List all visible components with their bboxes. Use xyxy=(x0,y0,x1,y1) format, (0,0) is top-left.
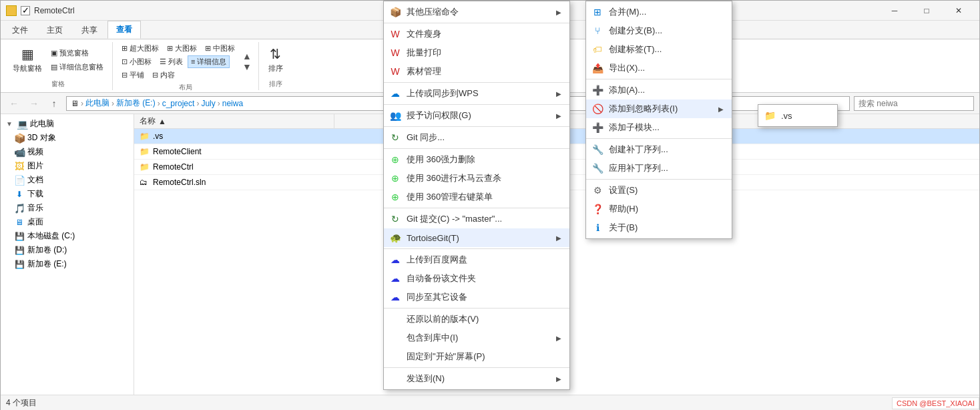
details-btn[interactable]: ≡ 详细信息 xyxy=(188,55,230,68)
forward-button[interactable]: → xyxy=(26,95,42,112)
back-button[interactable]: ← xyxy=(6,95,22,112)
ignore-submenu: 📁 .vs xyxy=(758,104,838,127)
tree-item-3d[interactable]: 📦 3D 对象 xyxy=(1,131,134,145)
super-large-icon-btn[interactable]: ⊞ 超大图标 xyxy=(118,42,162,55)
menu-sync-devices[interactable]: ☁ 同步至其它设备 xyxy=(384,288,569,306)
tree-item-e-drive[interactable]: 💾 新加卷 (E:) xyxy=(1,257,134,271)
branch-icon: ⑂ xyxy=(591,25,603,37)
nav-pane-button[interactable]: ▦ 导航窗格 xyxy=(9,45,46,75)
tree-item-pc[interactable]: ▼ 💻 此电脑 xyxy=(1,117,134,131)
menu-other-compress[interactable]: 📦 其他压缩命令 ▶ xyxy=(384,3,569,21)
360-del-icon: ⊕ xyxy=(389,154,401,166)
path-neiwa[interactable]: neiwa xyxy=(222,99,243,108)
submenu-help[interactable]: ❓ 帮助(H) xyxy=(586,200,732,218)
menu-library[interactable]: 包含到库中(I) ▶ xyxy=(384,329,569,347)
tree-item-c-drive[interactable]: 💾 本地磁盘 (C:) xyxy=(1,229,134,243)
menu-print[interactable]: W 批量打印 xyxy=(384,43,569,62)
wps-material-icon: W xyxy=(389,65,401,77)
large-icon-btn[interactable]: ⊞ 大图标 xyxy=(164,42,200,55)
menu-git-commit[interactable]: ↻ Git 提交(C) -> "master"... xyxy=(384,210,569,228)
tree-item-d-drive[interactable]: 💾 新加卷 (D:) xyxy=(1,243,134,257)
branch-label: 创建分支(B)... xyxy=(609,25,662,37)
preview-pane-button[interactable]: ▣ 预览窗格 xyxy=(47,47,107,59)
submenu-ignore[interactable]: 🚫 添加到忽略列表(I) ▶ xyxy=(586,99,732,118)
menu-send-to[interactable]: 发送到(N) ▶ xyxy=(384,369,569,388)
submenu-branch[interactable]: ⑂ 创建分支(B)... xyxy=(586,21,732,40)
upload-wps-arrow: ▶ xyxy=(556,90,561,97)
menu-restore[interactable]: 还原以前的版本(V) xyxy=(384,310,569,329)
tab-view[interactable]: 查看 xyxy=(107,21,141,39)
title-checkbox[interactable]: ✓ xyxy=(21,6,30,15)
up-button[interactable]: ↑ xyxy=(46,95,62,112)
apply-patch-icon: 🔧 xyxy=(591,162,603,174)
tile-btn[interactable]: ⊟ 平铺 xyxy=(118,69,148,81)
tree-item-pictures[interactable]: 🖼 图片 xyxy=(1,159,134,173)
submenu-submodule[interactable]: ➕ 添加子模块... xyxy=(586,118,732,137)
menu-git-sync[interactable]: ↻ Git 同步... xyxy=(384,128,569,147)
tree-label-music: 音乐 xyxy=(27,202,43,214)
menu-upload-wps[interactable]: ☁ 上传或同步到WPS ▶ xyxy=(384,84,569,103)
layout-scroll-down[interactable]: ▼ xyxy=(241,61,253,72)
submenu-about[interactable]: ℹ 关于(B) xyxy=(586,218,732,237)
tree-item-video[interactable]: 📹 视频 xyxy=(1,145,134,159)
menu-slim[interactable]: W 文件瘦身 xyxy=(384,25,569,43)
path-drive[interactable]: 新加卷 (E:) xyxy=(116,97,156,109)
tree-item-music[interactable]: 🎵 音乐 xyxy=(1,201,134,215)
search-input[interactable] xyxy=(854,96,974,111)
submenu-settings[interactable]: ⚙ 设置(S) xyxy=(586,181,732,200)
content-btn[interactable]: ⊟ 内容 xyxy=(149,69,178,81)
menu-360-scan[interactable]: ⊕ 使用 360进行木马云查杀 xyxy=(384,169,569,188)
path-july[interactable]: July xyxy=(201,99,215,108)
tree-label-e: 新加卷 (E:) xyxy=(27,258,67,270)
menu-tortoise[interactable]: 🐢 TortoiseGit(T) ▶ xyxy=(384,228,569,247)
submenu-add[interactable]: ➕ 添加(A)... xyxy=(586,81,732,99)
menu-360-manage[interactable]: ⊕ 使用 360管理右键菜单 xyxy=(384,188,569,206)
tree-label-d: 新加卷 (D:) xyxy=(27,244,67,256)
menu-material[interactable]: W 素材管理 xyxy=(384,62,569,81)
submenu-apply-patch[interactable]: 🔧 应用补丁序列... xyxy=(586,159,732,178)
item-count: 4 个项目 xyxy=(6,397,37,409)
tab-file[interactable]: 文件 xyxy=(3,21,37,39)
menu-360-del[interactable]: ⊕ 使用 360强力删除 xyxy=(384,150,569,169)
submenu-create-patch[interactable]: 🔧 创建补丁序列... xyxy=(586,140,732,159)
360-scan-icon: ⊕ xyxy=(389,172,401,184)
grant-arrow: ▶ xyxy=(556,112,561,120)
minimize-button[interactable]: ─ xyxy=(879,1,910,21)
name-column-header[interactable]: 名称 ▲ xyxy=(134,114,334,128)
path-pc[interactable]: 此电脑 xyxy=(85,97,109,109)
close-button[interactable]: ✕ xyxy=(943,1,974,21)
menu-grant-access[interactable]: 👥 授予访问权限(G) ▶ xyxy=(384,106,569,125)
tree-item-desktop[interactable]: 🖥 桌面 xyxy=(1,215,134,229)
tree-item-docs[interactable]: 📄 文档 xyxy=(1,173,134,187)
submenu-tag[interactable]: 🏷 创建标签(T)... xyxy=(586,40,732,59)
tree-item-downloads[interactable]: ⬇ 下载 xyxy=(1,187,134,201)
sort-icon: ⇅ xyxy=(270,46,281,62)
submenu2-vs[interactable]: 📁 .vs xyxy=(758,106,837,125)
sub-sep3 xyxy=(586,179,732,180)
title-bar-controls: ─ □ ✕ xyxy=(879,1,974,21)
backup-icon: ☁ xyxy=(389,272,401,284)
layout-scroll-up[interactable]: ▲ xyxy=(241,51,253,61)
pc-icon: 💻 xyxy=(17,119,27,130)
list-btn[interactable]: ☰ 列表 xyxy=(156,55,186,68)
tab-home[interactable]: 主页 xyxy=(38,21,71,39)
about-icon: ℹ xyxy=(591,222,603,234)
small-icon-btn[interactable]: ⊡ 小图标 xyxy=(118,55,155,68)
medium-icon-btn[interactable]: ⊞ 中图标 xyxy=(202,42,238,55)
sync-devices-icon: ☁ xyxy=(389,291,401,303)
details-pane-button[interactable]: ▤ 详细信息窗格 xyxy=(47,61,107,73)
path-project[interactable]: c_project xyxy=(162,99,195,108)
maximize-button[interactable]: □ xyxy=(911,1,942,21)
sort-button[interactable]: ⇅ 排序 xyxy=(264,45,287,75)
menu-pin-start[interactable]: 固定到"开始"屏幕(P) xyxy=(384,347,569,366)
submenu-merge[interactable]: ⊞ 合并(M)... xyxy=(586,3,732,21)
menu-backup[interactable]: ☁ 自动备份该文件夹 xyxy=(384,269,569,288)
tree-label-3d: 3D 对象 xyxy=(27,132,56,144)
tree-label-docs: 文档 xyxy=(27,174,43,186)
sep8 xyxy=(384,308,569,309)
drive-e-icon: 💾 xyxy=(14,259,25,270)
details-view-icon: ≡ xyxy=(191,57,195,65)
submenu-export[interactable]: 📤 导出(X)... xyxy=(586,59,732,77)
tab-share[interactable]: 共享 xyxy=(73,21,106,39)
menu-baidu[interactable]: ☁ 上传到百度网盘 xyxy=(384,250,569,269)
